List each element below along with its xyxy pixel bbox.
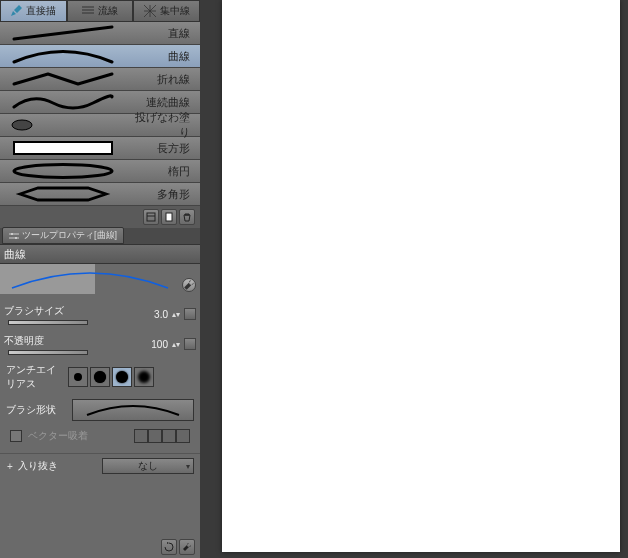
pressure-link-icon[interactable] xyxy=(184,308,196,320)
tool-label: 投げなわ塗り xyxy=(126,110,200,140)
tool-polygon[interactable]: 多角形 xyxy=(0,183,200,206)
brush-size-value[interactable]: 3.0 xyxy=(154,309,168,320)
snap-box[interactable] xyxy=(134,429,148,443)
in-out-select[interactable]: なし xyxy=(102,458,194,474)
brush-size-slider[interactable] xyxy=(8,320,88,325)
tool-lasso-fill[interactable]: 投げなわ塗り xyxy=(0,114,200,137)
prop-opacity: 不透明度 100 ▴▾ xyxy=(0,329,200,359)
svg-line-0 xyxy=(14,27,112,39)
tab-label: 集中線 xyxy=(160,4,190,18)
in-out-label: 入り抜き xyxy=(18,459,58,473)
snap-box[interactable] xyxy=(148,429,162,443)
property-tab-row: ツールプロパティ[曲線] xyxy=(0,228,200,244)
tool-property-tab[interactable]: ツールプロパティ[曲線] xyxy=(2,227,124,244)
snap-box[interactable] xyxy=(176,429,190,443)
svg-point-3 xyxy=(14,165,112,178)
tab-stream-line[interactable]: 流線 xyxy=(67,0,134,22)
canvas[interactable] xyxy=(222,0,620,552)
pencil-icon xyxy=(10,5,22,17)
rectangle-icon xyxy=(0,137,126,159)
sub-tool-list: 直線 曲線 折れ線 連続曲線 投げなわ塗り 長方形 xyxy=(0,22,200,206)
curve-icon xyxy=(0,45,126,67)
antialias-label: アンチエイリアス xyxy=(6,363,64,391)
svg-rect-10 xyxy=(15,237,17,239)
tool-category-tabs: 直接描 流線 集中線 xyxy=(0,0,200,22)
tab-label: 流線 xyxy=(98,4,118,18)
svg-rect-2 xyxy=(14,142,112,154)
snap-box[interactable] xyxy=(162,429,176,443)
trash-icon[interactable] xyxy=(179,209,195,225)
tool-polyline[interactable]: 折れ線 xyxy=(0,68,200,91)
stream-lines-icon xyxy=(82,5,94,17)
chevron-updown-icon[interactable]: ▴▾ xyxy=(172,310,180,319)
prop-in-out: + 入り抜き なし xyxy=(0,453,200,478)
wrench-icon[interactable] xyxy=(179,539,195,555)
tab-focus-line[interactable]: 集中線 xyxy=(133,0,200,22)
svg-rect-4 xyxy=(147,213,155,221)
brush-shape-label: ブラシ形状 xyxy=(6,403,66,417)
menu-icon[interactable] xyxy=(143,209,159,225)
tool-label: 折れ線 xyxy=(126,72,200,87)
svg-point-1 xyxy=(12,120,32,130)
aa-option-medium[interactable] xyxy=(112,367,132,387)
prop-brush-shape: ブラシ形状 xyxy=(0,395,200,425)
tool-ellipse[interactable]: 楕円 xyxy=(0,160,200,183)
tool-label: 曲線 xyxy=(126,49,200,64)
svg-rect-9 xyxy=(11,233,13,235)
new-icon[interactable] xyxy=(161,209,177,225)
lasso-fill-icon xyxy=(0,114,126,136)
opacity-label: 不透明度 xyxy=(4,334,64,348)
property-tab-label: ツールプロパティ[曲線] xyxy=(22,229,117,242)
properties-panel: ブラシサイズ 3.0 ▴▾ 不透明度 100 ▴▾ xyxy=(0,294,200,536)
radial-lines-icon xyxy=(144,5,156,17)
prop-vector-snap: ベクター吸着 xyxy=(0,425,200,447)
tool-label: 楕円 xyxy=(126,164,200,179)
line-icon xyxy=(0,22,126,44)
curve-preview-icon xyxy=(0,266,180,292)
continuous-curve-icon xyxy=(0,91,126,113)
vector-snap-label: ベクター吸着 xyxy=(28,429,88,443)
tool-property-title: 曲線 xyxy=(0,244,200,264)
pressure-link-icon[interactable] xyxy=(184,338,196,350)
tool-rectangle[interactable]: 長方形 xyxy=(0,137,200,160)
opacity-slider[interactable] xyxy=(8,350,88,355)
sub-tool-actions xyxy=(0,206,200,228)
tool-label: 直線 xyxy=(126,26,200,41)
prop-antialias: アンチエイリアス xyxy=(0,359,200,395)
vector-snap-checkbox[interactable] xyxy=(10,430,22,442)
stroke-shape-icon xyxy=(83,401,183,419)
brush-size-label: ブラシサイズ xyxy=(4,304,64,318)
tool-label: 連続曲線 xyxy=(126,95,200,110)
sliders-icon xyxy=(9,231,19,241)
tool-label: 多角形 xyxy=(126,187,200,202)
prop-brush-size: ブラシサイズ 3.0 ▴▾ xyxy=(0,299,200,329)
vector-snap-options xyxy=(134,429,190,443)
plus-icon[interactable]: + xyxy=(6,461,14,472)
tool-line[interactable]: 直線 xyxy=(0,22,200,45)
tab-label: 直接描 xyxy=(26,4,56,18)
wrench-icon[interactable] xyxy=(182,278,196,292)
reset-icon[interactable] xyxy=(161,539,177,555)
brush-preview xyxy=(0,264,200,294)
chevron-updown-icon[interactable]: ▴▾ xyxy=(172,340,180,349)
canvas-viewport[interactable] xyxy=(200,0,628,558)
property-actions xyxy=(0,536,200,558)
opacity-value[interactable]: 100 xyxy=(151,339,168,350)
brush-shape-preview[interactable] xyxy=(72,399,194,421)
ellipse-icon xyxy=(0,160,126,182)
tool-curve[interactable]: 曲線 xyxy=(0,45,200,68)
title-text: 曲線 xyxy=(4,247,26,262)
polygon-icon xyxy=(0,183,126,205)
svg-rect-6 xyxy=(166,213,172,221)
aa-option-none[interactable] xyxy=(68,367,88,387)
aa-option-strong[interactable] xyxy=(134,367,154,387)
tool-label: 長方形 xyxy=(126,141,200,156)
in-out-value: なし xyxy=(138,459,158,473)
aa-option-weak[interactable] xyxy=(90,367,110,387)
tab-direct-draw[interactable]: 直接描 xyxy=(0,0,67,22)
polyline-icon xyxy=(0,68,126,90)
